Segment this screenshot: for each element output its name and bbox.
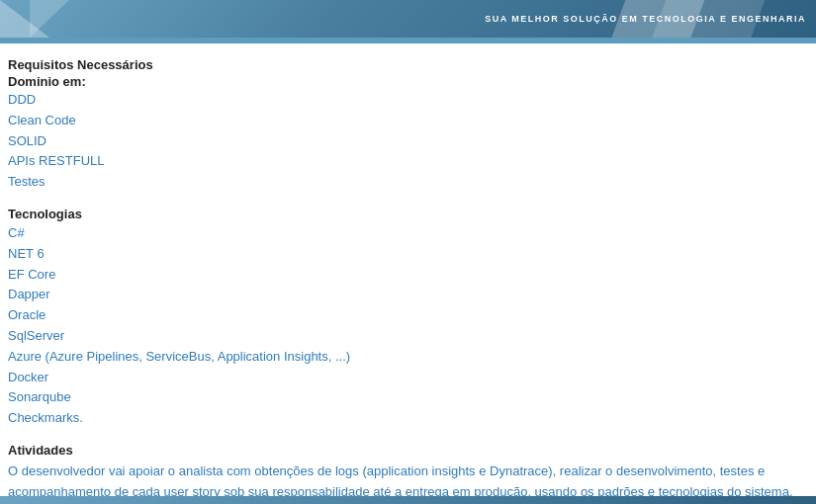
dominio-item-cleancode[interactable]: Clean Code — [8, 111, 806, 131]
tech-item-azure[interactable]: Azure (Azure Pipelines, ServiceBus, Appl… — [8, 347, 806, 368]
tech-item-efcore[interactable]: EF Core — [8, 265, 806, 286]
dominio-label: Dominio em: — [8, 74, 806, 89]
dominio-item-apis[interactable]: APIs RESTFULL — [8, 151, 806, 172]
tech-item-net6[interactable]: NET 6 — [8, 244, 806, 265]
header-decorative-shapes — [0, 0, 198, 38]
main-content: Requisitos Necessários Dominio em: DDD C… — [0, 43, 816, 504]
bottom-bar — [0, 496, 816, 504]
requisitos-title: Requisitos Necessários — [8, 57, 806, 72]
tech-item-oracle[interactable]: Oracle — [8, 305, 806, 326]
tech-item-dapper[interactable]: Dapper — [8, 285, 806, 305]
tech-item-csharp[interactable]: C# — [8, 223, 806, 244]
tech-item-sonarqube[interactable]: Sonarqube — [8, 387, 806, 408]
tecnologias-title: Tecnologias — [8, 207, 806, 221]
header-tagline: SUA MELHOR SOLUÇÃO EM TECNOLOGIA E ENGEN… — [485, 14, 806, 24]
tech-item-docker[interactable]: Docker — [8, 368, 806, 388]
dominio-item-solid[interactable]: SOLID — [8, 131, 806, 152]
atividades-title: Atividades — [8, 443, 806, 458]
tech-item-sqlserver[interactable]: SqlServer — [8, 326, 806, 347]
header-banner: SUA MELHOR SOLUÇÃO EM TECNOLOGIA E ENGEN… — [0, 0, 816, 38]
tech-item-checkmarks[interactable]: Checkmarks. — [8, 408, 806, 429]
requisitos-section: Requisitos Necessários Dominio em: DDD C… — [8, 57, 806, 193]
dominio-item-ddd[interactable]: DDD — [8, 90, 806, 111]
dominio-item-testes[interactable]: Testes — [8, 172, 806, 193]
atividades-section: Atividades O desenvolvedor vai apoiar o … — [8, 443, 806, 504]
tecnologias-section: Tecnologias C# NET 6 EF Core Dapper Orac… — [8, 207, 806, 429]
triangle-shape-2 — [30, 0, 69, 38]
